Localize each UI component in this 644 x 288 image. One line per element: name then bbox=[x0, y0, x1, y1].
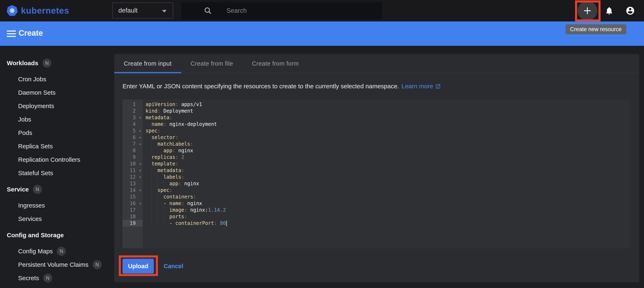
indent-guide bbox=[152, 147, 158, 154]
search-bar[interactable] bbox=[181, 2, 382, 19]
fold-arrow-icon[interactable]: ▾ bbox=[139, 167, 142, 174]
app-bar: Create bbox=[0, 22, 644, 46]
create-card: Create from inputCreate from fileCreate … bbox=[114, 54, 639, 282]
indent-guide bbox=[158, 180, 164, 187]
fold-arrow-icon[interactable]: ▾ bbox=[139, 161, 142, 167]
code-line[interactable]: selector: bbox=[146, 134, 630, 141]
code-line[interactable]: matchLabels: bbox=[146, 141, 630, 147]
brand-title[interactable]: kubernetes bbox=[21, 6, 69, 16]
code-line[interactable]: kind: Deployment bbox=[146, 108, 630, 114]
sidebar-label: Pods bbox=[18, 129, 32, 136]
code-line[interactable]: name: nginx-deployment bbox=[146, 121, 630, 127]
learn-more-link[interactable]: Learn more bbox=[402, 83, 440, 90]
namespaced-badge: N bbox=[42, 59, 52, 68]
sidebar-item-replication-controllers[interactable]: Replication Controllers bbox=[18, 156, 114, 163]
external-link-icon bbox=[435, 84, 441, 89]
code-line[interactable]: replicas: 2 bbox=[146, 154, 630, 161]
fold-arrow-icon[interactable]: ▾ bbox=[139, 127, 142, 134]
indent-guide bbox=[152, 141, 158, 147]
create-new-resource-button[interactable] bbox=[578, 1, 597, 21]
line-number: 7▾ bbox=[122, 141, 143, 147]
sidebar-item-persistent-volume-claims[interactable]: Persistent Volume ClaimsN bbox=[18, 261, 114, 268]
sidebar-label: Cron Jobs bbox=[18, 76, 46, 83]
code-line[interactable]: app: nginx bbox=[146, 180, 630, 187]
sidebar-item-jobs[interactable]: Jobs bbox=[18, 116, 114, 123]
line-number: 5▾ bbox=[122, 127, 143, 134]
line-number: 10▾ bbox=[122, 161, 143, 167]
sidebar-section-workloads[interactable]: WorkloadsN bbox=[7, 59, 114, 67]
menu-hamburger-icon[interactable] bbox=[7, 31, 16, 37]
indent-guide bbox=[158, 220, 164, 227]
sidebar-item-daemon-sets[interactable]: Daemon Sets bbox=[18, 89, 114, 96]
instruction-row: Enter YAML or JSON content specifying th… bbox=[122, 83, 631, 90]
code-line[interactable]: ports: bbox=[146, 213, 630, 220]
indent-guide bbox=[164, 207, 170, 213]
code-line[interactable]: metadata: bbox=[146, 167, 630, 174]
editor-gutter: 123▾45▾6▾7▾8910▾11▾12▾1314▾1516▾171819 bbox=[122, 99, 143, 248]
tab-create-from-file[interactable]: Create from file bbox=[181, 54, 242, 73]
sidebar-section-config-and-storage[interactable]: Config and Storage bbox=[7, 231, 114, 239]
fold-arrow-icon[interactable]: ▾ bbox=[139, 114, 142, 121]
sidebar-label: Config Maps bbox=[18, 248, 53, 255]
namespace-select[interactable]: default bbox=[112, 3, 173, 19]
indent-guide bbox=[158, 147, 164, 154]
sidebar-label: Secrets bbox=[18, 274, 39, 282]
sidebar-item-replica-sets[interactable]: Replica Sets bbox=[18, 142, 114, 150]
sidebar-label: Ingresses bbox=[18, 202, 45, 209]
indent-guide bbox=[152, 213, 158, 220]
code-line[interactable]: - name: nginx bbox=[146, 200, 630, 207]
account-icon[interactable] bbox=[626, 6, 635, 16]
code-line[interactable]: labels: bbox=[146, 174, 630, 180]
indent-guide bbox=[158, 194, 164, 200]
line-number: 14▾ bbox=[122, 187, 143, 194]
code-line[interactable]: spec: bbox=[146, 187, 630, 194]
sidebar-section-service[interactable]: ServiceN bbox=[7, 186, 114, 193]
tooltip-create-new-resource: Create new resource bbox=[566, 24, 626, 34]
line-number: 11▾ bbox=[122, 167, 143, 174]
fold-arrow-icon[interactable]: ▾ bbox=[139, 134, 142, 141]
indent-guide bbox=[164, 213, 170, 220]
indent-guide bbox=[164, 180, 170, 187]
yaml-editor[interactable]: 123▾45▾6▾7▾8910▾11▾12▾1314▾1516▾171819 a… bbox=[122, 99, 630, 248]
code-line[interactable]: containers: bbox=[146, 194, 630, 200]
fold-arrow-icon[interactable]: ▾ bbox=[139, 141, 142, 147]
sidebar-item-config-maps[interactable]: Config MapsN bbox=[18, 248, 114, 255]
cancel-button[interactable]: Cancel bbox=[164, 263, 183, 270]
kubernetes-logo-icon bbox=[7, 5, 18, 16]
notifications-bell-icon[interactable] bbox=[605, 6, 614, 15]
indent-guide bbox=[152, 207, 158, 213]
sidebar-item-pods[interactable]: Pods bbox=[18, 129, 114, 136]
sidebar-item-ingresses[interactable]: Ingresses bbox=[18, 202, 114, 209]
instruction-text: Enter YAML or JSON content specifying th… bbox=[122, 83, 399, 90]
fold-arrow-icon[interactable]: ▾ bbox=[139, 200, 142, 207]
sidebar-label: Stateful Sets bbox=[18, 169, 53, 177]
sidebar-item-deployments[interactable]: Deployments bbox=[18, 102, 114, 110]
code-line[interactable]: spec: bbox=[146, 127, 630, 134]
tab-create-from-form[interactable]: Create from form bbox=[242, 54, 308, 73]
line-number: 1 bbox=[122, 101, 143, 108]
code-line[interactable]: - containerPort: 80 bbox=[146, 220, 630, 227]
page-title: Create bbox=[18, 29, 43, 38]
sidebar-item-stateful-sets[interactable]: Stateful Sets bbox=[18, 169, 114, 177]
sidebar-item-secrets[interactable]: SecretsN bbox=[18, 274, 114, 282]
editor-code[interactable]: apiVersion: apps/v1kind: Deploymentmetad… bbox=[143, 99, 630, 248]
search-input[interactable] bbox=[226, 7, 370, 15]
plus-icon bbox=[583, 6, 592, 16]
fold-arrow-icon[interactable]: ▾ bbox=[139, 174, 142, 180]
indent-guide bbox=[152, 194, 158, 200]
code-line[interactable]: metadata: bbox=[146, 114, 630, 121]
code-line[interactable]: template: bbox=[146, 161, 630, 167]
sidebar-label: Daemon Sets bbox=[18, 89, 56, 96]
sidebar-label: Replica Sets bbox=[18, 142, 53, 150]
tab-create-from-input[interactable]: Create from input bbox=[114, 54, 181, 73]
code-line[interactable]: app: nginx bbox=[146, 147, 630, 154]
sidebar-item-cron-jobs[interactable]: Cron Jobs bbox=[18, 76, 114, 83]
code-line[interactable]: apiVersion: apps/v1 bbox=[146, 101, 630, 108]
line-number: 16▾ bbox=[122, 200, 143, 207]
fold-arrow-icon[interactable]: ▾ bbox=[139, 187, 142, 194]
sidebar-nav: WorkloadsNCron JobsDaemon SetsDeployment… bbox=[0, 46, 114, 282]
code-line[interactable]: image: nginx:1.14.2 bbox=[146, 207, 630, 213]
indent-guide bbox=[164, 220, 170, 227]
upload-button[interactable]: Upload bbox=[122, 259, 154, 273]
sidebar-item-services[interactable]: Services bbox=[18, 215, 114, 223]
